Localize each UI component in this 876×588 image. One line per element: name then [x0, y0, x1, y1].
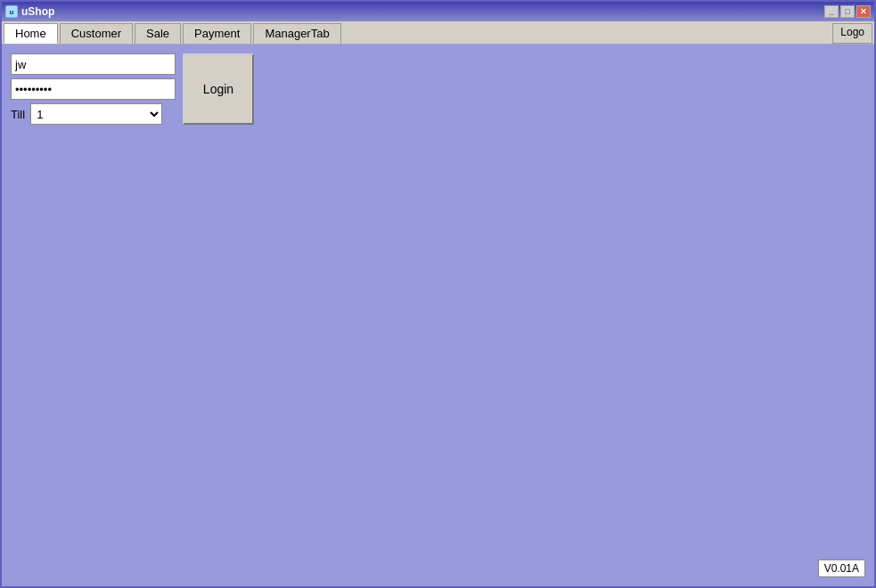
till-row: Till 1 2 3 — [11, 103, 176, 125]
title-bar-left: u uShop — [5, 5, 54, 18]
tab-customer[interactable]: Customer — [60, 23, 133, 44]
tab-managertab[interactable]: ManagerTab — [253, 23, 340, 44]
version-label: V0.01A — [818, 559, 865, 577]
restore-button[interactable]: □ — [840, 5, 855, 18]
close-button[interactable]: ✕ — [856, 5, 871, 18]
till-select[interactable]: 1 2 3 — [30, 103, 162, 125]
app-icon: u — [5, 5, 18, 18]
menu-bar: Home Customer Sale Payment ManagerTab Lo… — [2, 21, 874, 45]
title-bar: u uShop _ □ ✕ — [2, 2, 874, 21]
tab-payment[interactable]: Payment — [183, 23, 251, 44]
tab-sale[interactable]: Sale — [135, 23, 181, 44]
form-fields: Till 1 2 3 — [11, 53, 176, 125]
till-label: Till — [11, 108, 25, 121]
username-input[interactable] — [11, 53, 176, 75]
password-input[interactable] — [11, 78, 176, 100]
login-button[interactable]: Login — [183, 53, 254, 125]
app-window: u uShop _ □ ✕ Home Customer Sale Payment… — [0, 0, 876, 588]
minimize-button[interactable]: _ — [824, 5, 839, 18]
main-content: Till 1 2 3 Login V0.01A — [2, 45, 874, 586]
logo-button[interactable]: Logo — [832, 23, 872, 44]
window-title: uShop — [21, 5, 54, 18]
tab-home[interactable]: Home — [4, 23, 58, 44]
login-form: Till 1 2 3 Login — [11, 53, 865, 125]
title-controls: _ □ ✕ — [824, 5, 871, 18]
